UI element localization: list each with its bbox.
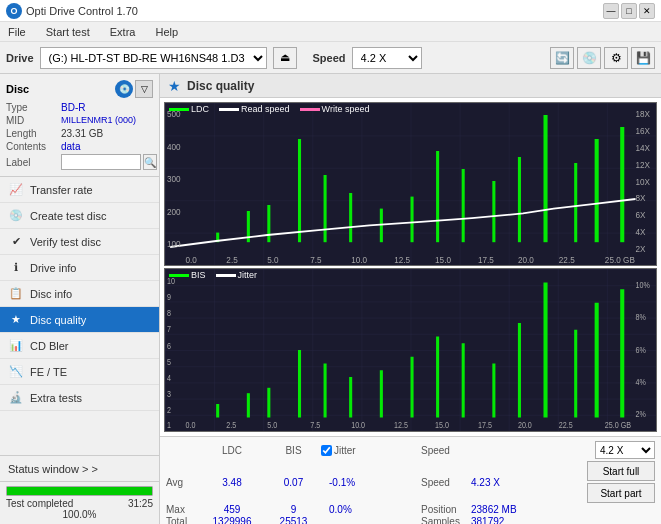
- svg-text:200: 200: [167, 206, 181, 217]
- sidebar-item-drive-info[interactable]: ℹ Drive info: [0, 255, 159, 281]
- sidebar-item-extra-tests[interactable]: 🔬 Extra tests: [0, 385, 159, 411]
- stats-avg-bis: 0.07: [266, 477, 321, 488]
- svg-rect-43: [216, 404, 219, 418]
- start-full-button[interactable]: Start full: [587, 461, 655, 481]
- stats-total-ldc: 1329996: [198, 516, 266, 524]
- svg-text:16X: 16X: [636, 126, 651, 137]
- sidebar-item-label-transfer-rate: Transfer rate: [30, 184, 93, 196]
- svg-rect-52: [462, 343, 465, 417]
- svg-text:22.5: 22.5: [559, 419, 573, 430]
- sidebar-item-verify-test-disc[interactable]: ✔ Verify test disc: [0, 229, 159, 255]
- progress-area: Test completed 31:25 100.0%: [0, 481, 159, 524]
- disc-contents-label: Contents: [6, 141, 61, 152]
- disc-panel-header: Disc 💿 ▽: [6, 80, 153, 98]
- svg-text:20.0: 20.0: [518, 419, 532, 430]
- svg-rect-15: [595, 139, 599, 242]
- create-test-icon: 💿: [8, 208, 24, 224]
- app-title: Opti Drive Control 1.70: [26, 5, 138, 17]
- progress-time: 31:25: [128, 498, 153, 509]
- transfer-rate-icon: 📈: [8, 182, 24, 198]
- disc-button[interactable]: 💿: [577, 47, 601, 69]
- jitter-color: [216, 274, 236, 277]
- svg-text:2.5: 2.5: [226, 254, 237, 265]
- stats-max-bis: 9: [266, 504, 321, 515]
- progress-bar-bg: [6, 486, 153, 496]
- menu-start-test[interactable]: Start test: [42, 25, 94, 39]
- disc-length-label: Length: [6, 128, 61, 139]
- titlebar: O Opti Drive Control 1.70 — □ ✕: [0, 0, 661, 22]
- speed-dropdown[interactable]: 4.2 X: [595, 441, 655, 459]
- jitter-label: Jitter: [334, 445, 356, 456]
- svg-rect-45: [267, 388, 270, 418]
- disc-label-input[interactable]: [61, 154, 141, 170]
- sidebar-item-transfer-rate[interactable]: 📈 Transfer rate: [0, 177, 159, 203]
- speed-select[interactable]: 4.2 X: [352, 47, 422, 69]
- svg-text:10.0: 10.0: [351, 419, 365, 430]
- svg-rect-51: [436, 337, 439, 418]
- settings-button[interactable]: ⚙: [604, 47, 628, 69]
- sidebar-item-cd-bler[interactable]: 📊 CD Bler: [0, 333, 159, 359]
- sidebar-item-label-create-test: Create test disc: [30, 210, 106, 222]
- refresh-button[interactable]: 🔄: [550, 47, 574, 69]
- stats-speed-header: Speed: [421, 445, 471, 456]
- chart-bottom: BIS Jitter: [164, 268, 657, 432]
- stats-max-row: Max 459 9 0.0% Position 23862 MB: [166, 504, 655, 515]
- start-part-button[interactable]: Start part: [587, 483, 655, 503]
- svg-rect-47: [324, 364, 327, 418]
- svg-text:8: 8: [167, 307, 171, 318]
- content-area: ★ Disc quality LDC Read speed: [160, 74, 661, 524]
- disc-small-icon: 💿: [115, 80, 133, 98]
- content-icon: ★: [168, 78, 181, 94]
- bis-color: [169, 274, 189, 277]
- svg-rect-6: [349, 193, 352, 242]
- svg-text:5: 5: [167, 356, 171, 367]
- stats-speed-val1: 23862 MB: [471, 504, 551, 515]
- stats-max-label: Max: [166, 504, 198, 515]
- sidebar-item-disc-quality[interactable]: ★ Disc quality: [0, 307, 159, 333]
- svg-rect-16: [620, 127, 624, 242]
- stats-ldc-header: LDC: [198, 445, 266, 456]
- maximize-button[interactable]: □: [621, 3, 637, 19]
- sidebar-item-fe-te[interactable]: 📉 FE / TE: [0, 359, 159, 385]
- legend-bis-label: BIS: [191, 270, 206, 280]
- minimize-button[interactable]: —: [603, 3, 619, 19]
- menu-file[interactable]: File: [4, 25, 30, 39]
- jitter-checkbox[interactable]: [321, 445, 332, 456]
- svg-text:10X: 10X: [636, 176, 651, 187]
- sidebar-item-disc-info[interactable]: 📋 Disc info: [0, 281, 159, 307]
- cd-bler-icon: 📊: [8, 338, 24, 354]
- app-icon: O: [6, 3, 22, 19]
- svg-text:5.0: 5.0: [267, 419, 277, 430]
- svg-rect-13: [543, 115, 547, 242]
- svg-rect-56: [574, 330, 577, 418]
- nav-items: 📈 Transfer rate 💿 Create test disc ✔ Ver…: [0, 177, 159, 455]
- disc-label-btn[interactable]: 🔍: [143, 154, 157, 170]
- svg-text:6: 6: [167, 340, 171, 351]
- save-button[interactable]: 💾: [631, 47, 655, 69]
- chart-top-legend: LDC Read speed Write speed: [165, 103, 373, 115]
- legend-bis: BIS: [169, 270, 206, 280]
- disc-eject-icon[interactable]: ▽: [135, 80, 153, 98]
- svg-rect-55: [543, 283, 547, 418]
- svg-rect-53: [492, 364, 495, 418]
- svg-text:20.0: 20.0: [518, 254, 534, 265]
- close-button[interactable]: ✕: [639, 3, 655, 19]
- status-window-button[interactable]: Status window > >: [0, 455, 159, 481]
- legend-write-label: Write speed: [322, 104, 370, 114]
- svg-text:7.5: 7.5: [310, 419, 320, 430]
- svg-rect-49: [380, 370, 383, 417]
- menu-help[interactable]: Help: [151, 25, 182, 39]
- eject-button[interactable]: ⏏: [273, 47, 297, 69]
- svg-rect-44: [247, 393, 250, 417]
- titlebar-controls[interactable]: — □ ✕: [603, 3, 655, 19]
- menu-extra[interactable]: Extra: [106, 25, 140, 39]
- sidebar-item-create-test-disc[interactable]: 💿 Create test disc: [0, 203, 159, 229]
- svg-rect-11: [492, 181, 495, 242]
- content-header: ★ Disc quality: [160, 74, 661, 98]
- sidebar-item-label-verify-test: Verify test disc: [30, 236, 101, 248]
- sidebar-item-label-drive-info: Drive info: [30, 262, 76, 274]
- svg-text:12X: 12X: [636, 159, 651, 170]
- svg-text:0.0: 0.0: [185, 419, 195, 430]
- drive-select[interactable]: (G:) HL-DT-ST BD-RE WH16NS48 1.D3: [40, 47, 267, 69]
- svg-text:8X: 8X: [636, 193, 646, 204]
